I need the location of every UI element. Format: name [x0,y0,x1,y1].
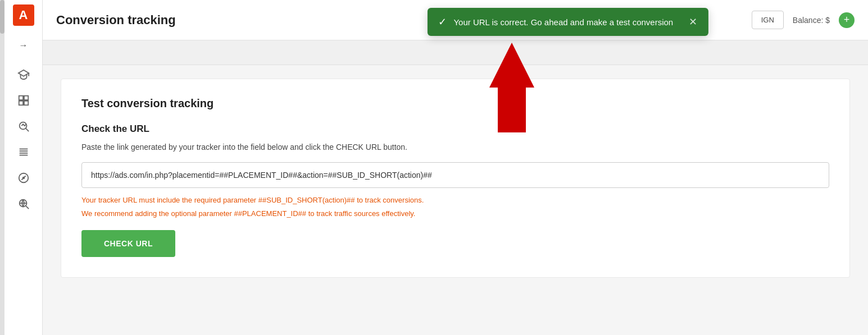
scrollbar-track[interactable] [0,0,4,335]
arrow-right-icon: → [19,40,28,51]
toast-message: Your URL is correct. Go ahead and make a… [453,17,673,27]
check-url-button[interactable]: CHECK URL [81,230,175,257]
sidebar-item-list[interactable] [4,140,42,164]
toast-success-icon: ✓ [438,16,447,28]
sidebar-item-dashboard[interactable] [4,89,42,112]
toast-close-button[interactable]: ✕ [689,16,697,28]
section-description: Paste the link generated by your tracker… [81,141,829,153]
svg-line-6 [25,129,28,132]
sidebar-item-education[interactable] [4,63,42,86]
campaign-button[interactable]: IGN [752,11,784,29]
page-title: Conversion tracking [56,13,176,27]
content-body: Test conversion tracking Check the URL P… [43,40,868,335]
svg-rect-1 [19,96,22,100]
search-globe-icon [17,198,30,210]
graduation-icon [17,68,30,81]
card-title: Test conversion tracking [81,97,829,110]
main-area: Conversion tracking IGN Balance: $ + ✓ Y… [43,0,868,335]
nav-arrow-item[interactable]: → [4,35,42,56]
warning-text-2: We recommend adding the optional paramet… [81,208,829,219]
svg-point-5 [19,122,26,130]
arrow-shaft [498,88,526,132]
balance-display: Balance: $ [793,16,830,25]
compass-icon [17,172,30,184]
toast-notification: ✓ Your URL is correct. Go ahead and make… [427,8,708,36]
warning-text-1: Your tracker URL must include the requir… [81,195,829,206]
annotation-arrow [489,43,534,132]
app-logo: A [13,4,34,26]
analytics-icon [17,120,30,132]
svg-rect-2 [24,96,28,100]
plus-icon: + [844,14,850,26]
scrollbar-thumb[interactable] [0,0,4,34]
add-balance-button[interactable]: + [839,12,855,28]
list-icon [17,146,30,158]
arrow-head [489,43,534,88]
sidebar-item-compass[interactable] [4,166,42,190]
header-right: IGN Balance: $ + [752,11,855,29]
svg-point-13 [22,177,24,179]
sidebar-item-analytics[interactable] [4,114,42,138]
main-card: Test conversion tracking Check the URL P… [61,79,850,278]
svg-line-15 [26,206,29,209]
section-title: Check the URL [81,123,829,135]
grid-icon [17,94,30,107]
nav-icons-list [4,63,42,215]
url-input[interactable] [81,162,829,188]
sub-header [43,40,868,65]
sidebar-item-search[interactable] [4,192,42,215]
svg-rect-4 [24,101,28,105]
svg-rect-3 [19,101,22,105]
sidebar: A → [4,0,43,335]
